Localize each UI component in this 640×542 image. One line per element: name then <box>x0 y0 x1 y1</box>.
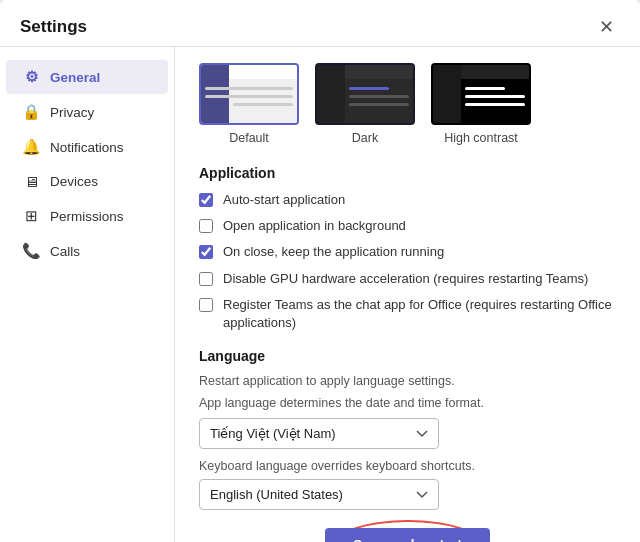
gear-icon: ⚙ <box>22 68 40 86</box>
dialog-title: Settings <box>20 17 87 37</box>
app-language-select[interactable]: Tiếng Việt (Việt Nam) English (United St… <box>199 418 439 449</box>
theme-thumb-default <box>199 63 299 125</box>
checkbox-auto-start: Auto-start application <box>199 191 616 209</box>
theme-default[interactable]: Default <box>199 63 299 145</box>
monitor-icon: 🖥 <box>22 173 40 190</box>
dialog-body: ⚙ General 🔒 Privacy 🔔 Notifications 🖥 De… <box>0 47 640 542</box>
checkbox-register-teams: Register Teams as the chat app for Offic… <box>199 296 616 332</box>
sidebar-item-label-general: General <box>50 70 100 85</box>
checkbox-disable-gpu-label[interactable]: Disable GPU hardware acceleration (requi… <box>223 270 588 288</box>
lock-icon: 🔒 <box>22 103 40 121</box>
theme-label-dark: Dark <box>352 131 378 145</box>
language-section-title: Language <box>199 348 616 364</box>
dialog-header: Settings ✕ <box>0 0 640 47</box>
checkbox-auto-start-input[interactable] <box>199 193 213 207</box>
checkbox-register-teams-label[interactable]: Register Teams as the chat app for Offic… <box>223 296 616 332</box>
checkbox-register-teams-input[interactable] <box>199 298 213 312</box>
checkbox-auto-start-label[interactable]: Auto-start application <box>223 191 345 209</box>
sidebar-item-label-calls: Calls <box>50 244 80 259</box>
language-app-lang-label: App language determines the date and tim… <box>199 396 616 410</box>
checkbox-keep-running-label[interactable]: On close, keep the application running <box>223 243 444 261</box>
save-area: Save and restart <box>199 528 616 542</box>
theme-row: Default Dark <box>199 63 616 145</box>
checkbox-open-background-label[interactable]: Open application in background <box>223 217 406 235</box>
sidebar-item-label-devices: Devices <box>50 174 98 189</box>
theme-thumb-hc <box>431 63 531 125</box>
theme-label-hc: High contrast <box>444 131 518 145</box>
keyboard-language-select[interactable]: English (United States) Tiếng Việt (Việt… <box>199 479 439 510</box>
sidebar-item-calls[interactable]: 📞 Calls <box>6 234 168 268</box>
grid-icon: ⊞ <box>22 207 40 225</box>
close-button[interactable]: ✕ <box>593 16 620 38</box>
checkbox-keep-running: On close, keep the application running <box>199 243 616 261</box>
main-content: Default Dark <box>175 47 640 542</box>
checkbox-disable-gpu: Disable GPU hardware acceleration (requi… <box>199 270 616 288</box>
checkbox-open-background: Open application in background <box>199 217 616 235</box>
bell-icon: 🔔 <box>22 138 40 156</box>
sidebar-item-label-notifications: Notifications <box>50 140 124 155</box>
sidebar-item-notifications[interactable]: 🔔 Notifications <box>6 130 168 164</box>
sidebar-item-label-permissions: Permissions <box>50 209 124 224</box>
sidebar-item-permissions[interactable]: ⊞ Permissions <box>6 199 168 233</box>
theme-label-default: Default <box>229 131 269 145</box>
checkbox-open-background-input[interactable] <box>199 219 213 233</box>
theme-dark[interactable]: Dark <box>315 63 415 145</box>
application-section-title: Application <box>199 165 616 181</box>
sidebar-item-general[interactable]: ⚙ General <box>6 60 168 94</box>
application-section: Application Auto-start application Open … <box>199 165 616 332</box>
checkbox-disable-gpu-input[interactable] <box>199 272 213 286</box>
theme-hc[interactable]: High contrast <box>431 63 531 145</box>
sidebar-item-label-privacy: Privacy <box>50 105 94 120</box>
language-restart-note: Restart application to apply language se… <box>199 374 616 388</box>
sidebar: ⚙ General 🔒 Privacy 🔔 Notifications 🖥 De… <box>0 47 175 542</box>
sidebar-item-privacy[interactable]: 🔒 Privacy <box>6 95 168 129</box>
language-section: Language Restart application to apply la… <box>199 348 616 542</box>
save-restart-button[interactable]: Save and restart <box>325 528 490 542</box>
settings-dialog: Settings ✕ ⚙ General 🔒 Privacy 🔔 Notific… <box>0 0 640 542</box>
sidebar-item-devices[interactable]: 🖥 Devices <box>6 165 168 198</box>
phone-icon: 📞 <box>22 242 40 260</box>
checkbox-keep-running-input[interactable] <box>199 245 213 259</box>
theme-thumb-dark <box>315 63 415 125</box>
language-keyboard-lang-label: Keyboard language overrides keyboard sho… <box>199 459 616 473</box>
